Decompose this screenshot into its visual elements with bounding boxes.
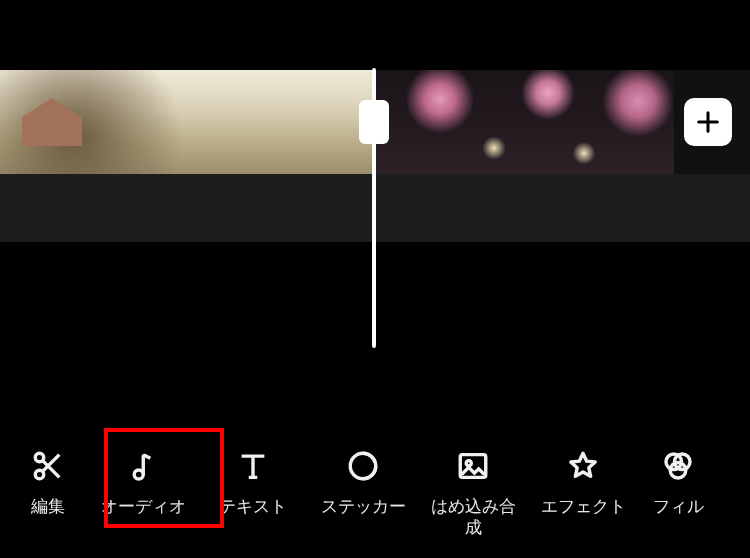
tool-audio[interactable]: オーディオ bbox=[88, 438, 198, 525]
svg-point-0 bbox=[35, 453, 44, 462]
svg-point-7 bbox=[466, 460, 471, 465]
tool-label: はめ込み合 成 bbox=[431, 496, 516, 539]
text-icon bbox=[235, 448, 271, 484]
tool-label: オーディオ bbox=[101, 496, 186, 517]
tool-label: ステッカー bbox=[321, 496, 406, 517]
tool-overlay[interactable]: はめ込み合 成 bbox=[418, 438, 528, 547]
tool-label: テキスト bbox=[219, 496, 287, 517]
tool-label: フィル bbox=[653, 496, 704, 517]
scissors-icon bbox=[30, 448, 66, 484]
image-icon bbox=[455, 448, 491, 484]
star-icon bbox=[565, 448, 601, 484]
sticker-icon bbox=[345, 448, 381, 484]
tool-label: エフェクト bbox=[541, 496, 626, 517]
tool-filter[interactable]: フィル bbox=[638, 438, 718, 525]
add-clip-button[interactable] bbox=[684, 98, 732, 146]
tool-label: 編集 bbox=[31, 496, 65, 517]
plus-icon bbox=[694, 108, 722, 136]
tool-edit[interactable]: 編集 bbox=[8, 438, 88, 525]
playhead[interactable] bbox=[372, 68, 376, 348]
music-note-icon bbox=[125, 448, 161, 484]
svg-point-1 bbox=[35, 470, 44, 479]
video-clip[interactable] bbox=[374, 70, 674, 174]
tool-effect[interactable]: エフェクト bbox=[528, 438, 638, 525]
toolbar: 編集 オーディオ テキスト ステッカー はめ込み合 成 エフェクト bbox=[0, 438, 750, 547]
filter-icon bbox=[660, 448, 696, 484]
tool-sticker[interactable]: ステッカー bbox=[308, 438, 418, 525]
video-clip[interactable] bbox=[0, 70, 374, 174]
tool-text[interactable]: テキスト bbox=[198, 438, 308, 525]
